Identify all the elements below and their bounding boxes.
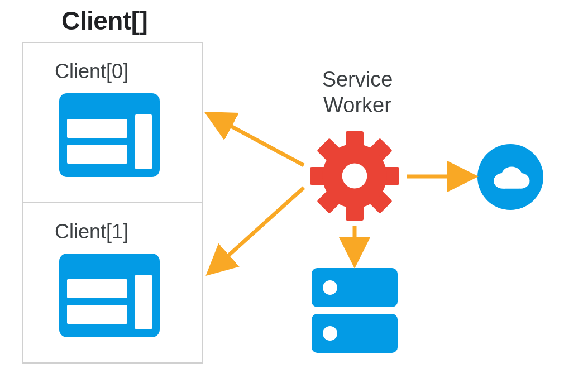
service-worker-label-line1: Service (322, 68, 393, 91)
cloud-icon (477, 144, 543, 210)
service-worker-label-line2: Worker (323, 93, 391, 117)
client-0-cell: Client[0] (23, 43, 202, 203)
client-1-label: Client[1] (55, 220, 128, 243)
client-0-label: Client[0] (55, 60, 128, 83)
browser-window-icon (59, 254, 160, 337)
svg-rect-6 (499, 178, 523, 188)
browser-window-icon (59, 93, 160, 177)
service-worker-label: Service Worker (296, 67, 419, 118)
gear-icon (310, 131, 399, 221)
arrow-sw-to-client0 (214, 117, 304, 165)
server-icon (312, 268, 398, 360)
diagram-stage: Client[] Client[0] Client[1] (0, 0, 564, 392)
svg-point-2 (342, 164, 367, 189)
clients-title: Client[] (61, 6, 147, 36)
arrow-sw-to-client1 (214, 188, 304, 268)
client-1-cell: Client[1] (23, 203, 202, 362)
clients-container: Client[0] Client[1] (22, 42, 203, 364)
